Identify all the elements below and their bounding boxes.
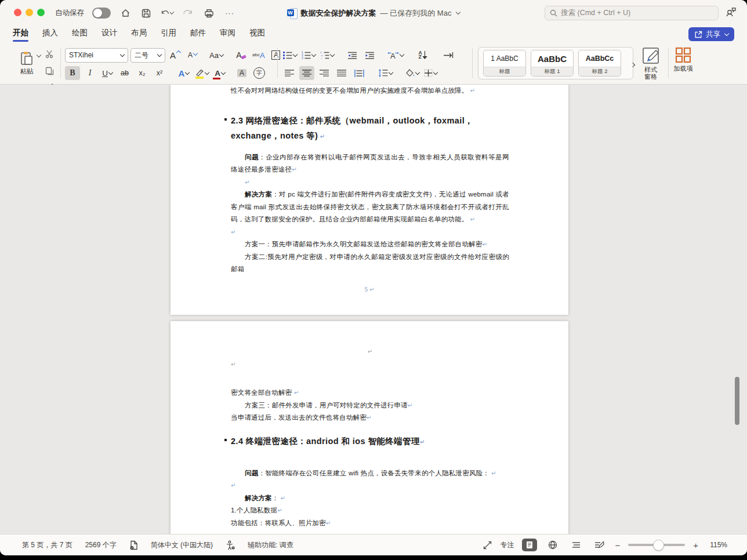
language-status[interactable]: 简体中文 (中国大陆) bbox=[151, 540, 213, 550]
print-icon[interactable] bbox=[202, 7, 215, 20]
body-paragraph[interactable]: 方案二:预先对用户定密级，对申请的永久邮箱定密级发送对应密级的文件给对应密级的邮… bbox=[231, 251, 509, 276]
zoom-in-button[interactable]: + bbox=[693, 540, 698, 550]
body-paragraph[interactable]: 当申请通过后，发送出去的文件也将自动解密↵ bbox=[231, 412, 509, 424]
align-center-button[interactable] bbox=[299, 66, 314, 80]
ribbon-tab[interactable]: 邮件 bbox=[190, 27, 206, 42]
copy-button[interactable] bbox=[42, 64, 57, 78]
numbering-button[interactable]: 123 bbox=[300, 48, 317, 62]
clear-formatting-button[interactable]: A bbox=[234, 48, 249, 62]
body-paragraph[interactable]: 功能包括：将联系人、照片加密↵ bbox=[231, 517, 509, 530]
vertical-scrollbar-thumb[interactable] bbox=[735, 377, 739, 425]
web-layout-view-button[interactable] bbox=[545, 539, 560, 551]
asian-layout-button[interactable]: A bbox=[386, 48, 405, 62]
ribbon-tab[interactable]: 插入 bbox=[42, 27, 58, 42]
phonetic-guide-button[interactable]: abcA bbox=[251, 48, 266, 62]
ribbon-tab[interactable]: 审阅 bbox=[220, 27, 235, 42]
text-effects-button[interactable]: A bbox=[176, 66, 191, 80]
justify-button[interactable] bbox=[334, 66, 349, 80]
draft-view-button[interactable] bbox=[592, 539, 607, 551]
style-card-heading2[interactable]: AaBbCc 标题 2 bbox=[578, 50, 621, 77]
home-icon[interactable] bbox=[119, 7, 132, 20]
change-case-button[interactable]: Aa bbox=[208, 48, 224, 62]
redo-icon[interactable] bbox=[182, 7, 194, 20]
body-paragraph[interactable]: 密文将全部自动解密 ↵ bbox=[231, 387, 509, 399]
font-color-button[interactable]: A bbox=[212, 66, 227, 80]
ribbon-tab[interactable]: 引用 bbox=[161, 27, 176, 42]
enclose-characters-button[interactable]: 字 bbox=[252, 66, 267, 80]
paste-button[interactable]: 粘贴 bbox=[14, 47, 39, 79]
addins-button[interactable]: 加载项 bbox=[672, 47, 695, 72]
close-window-button[interactable] bbox=[14, 9, 21, 16]
zoom-slider-thumb[interactable] bbox=[653, 540, 664, 551]
page-count-status[interactable]: 第 5 页，共 7 页 bbox=[22, 540, 72, 550]
show-formatting-marks-button[interactable] bbox=[441, 48, 456, 62]
outline-view-button[interactable] bbox=[568, 539, 583, 551]
body-paragraph[interactable]: ↵ bbox=[231, 226, 509, 239]
body-paragraph[interactable]: 问题：智能终端存在公司任意建立 wifi 热点，设备丢失带来的个人隐私泄密风险：… bbox=[231, 467, 509, 480]
body-paragraph[interactable]: 解决方案： ↵ bbox=[231, 492, 509, 505]
align-left-button[interactable] bbox=[282, 66, 297, 80]
sort-button[interactable]: AZ bbox=[415, 48, 430, 62]
body-paragraph[interactable]: ↵ bbox=[231, 346, 509, 358]
document-page-6[interactable]: ↵↵密文将全部自动解密 ↵方案三：邮件外发申请，用户可对特定的文件进行申请↵当申… bbox=[171, 321, 568, 534]
more-toolbar-icon[interactable]: ··· bbox=[223, 7, 236, 20]
body-paragraph[interactable]: 解决方案：对 pc 端文件进行加密(邮件附件内容变成密文文件)，无论通过 web… bbox=[231, 188, 509, 226]
zoom-window-button[interactable] bbox=[37, 9, 45, 16]
ribbon-tab[interactable]: 布局 bbox=[131, 27, 147, 42]
character-shading-button[interactable]: A bbox=[234, 66, 249, 80]
style-pane-button[interactable]: 样式 窗格 bbox=[638, 47, 663, 80]
document-page-5[interactable]: 性不会对对网络结构做任何的变更不会增加用户的实施难度不会增加单点故障。 ↵2.3… bbox=[171, 85, 568, 315]
share-button[interactable]: 共享 bbox=[688, 27, 734, 41]
zoom-slider[interactable] bbox=[628, 544, 685, 546]
word-count-status[interactable]: 2569 个字 bbox=[85, 540, 117, 550]
font-name-select[interactable]: STXihei bbox=[65, 48, 128, 63]
ribbon-tab[interactable]: 绘图 bbox=[72, 27, 88, 42]
search-input[interactable]: 搜索 (Cmd + Ctrl + U) bbox=[545, 6, 719, 20]
subscript-button[interactable]: x₂ bbox=[135, 66, 150, 80]
style-card-heading1[interactable]: AaBbC 标题 1 bbox=[531, 50, 574, 77]
body-paragraph[interactable]: ↵ bbox=[231, 176, 509, 189]
fullscreen-icon[interactable] bbox=[483, 541, 492, 550]
heading-paragraph[interactable]: 2.4 终端泄密途径：andriod 和 ios 智能终端管理↵ bbox=[231, 434, 509, 450]
autosave-toggle[interactable] bbox=[92, 8, 111, 19]
heading-paragraph[interactable]: 2.3 网络泄密途径：邮件系统（webmail，outlook，foxmail，… bbox=[231, 113, 509, 144]
body-paragraph[interactable]: ↵ bbox=[231, 479, 509, 492]
decrease-indent-button[interactable] bbox=[345, 48, 360, 62]
body-paragraph[interactable]: 问题：企业内部存在将资料以电子邮件网页发送出去，导致非相关人员获取资料等是网络途… bbox=[231, 151, 509, 176]
character-border-button[interactable]: A bbox=[269, 48, 284, 62]
minimize-window-button[interactable] bbox=[26, 9, 33, 16]
ribbon-tab[interactable]: 视图 bbox=[249, 27, 265, 42]
increase-indent-button[interactable] bbox=[362, 48, 377, 62]
print-layout-view-button[interactable] bbox=[522, 539, 537, 551]
cut-button[interactable] bbox=[42, 47, 57, 61]
shrink-font-button[interactable]: A bbox=[185, 48, 200, 62]
align-right-button[interactable] bbox=[317, 66, 332, 80]
focus-mode-button[interactable]: 专注 bbox=[500, 540, 514, 550]
multilevel-list-button[interactable]: 1ai bbox=[319, 48, 335, 62]
distribute-button[interactable] bbox=[351, 66, 367, 80]
body-paragraph[interactable]: 方案一：预先申请邮箱作为永久明文邮箱发送给这些邮箱的密文将全部自动解密↵ bbox=[231, 238, 509, 251]
font-size-select[interactable]: 二号 bbox=[130, 48, 165, 63]
proofing-status-icon[interactable] bbox=[129, 540, 138, 550]
presence-comments-icon[interactable] bbox=[726, 7, 737, 19]
undo-icon[interactable] bbox=[161, 7, 173, 20]
strikethrough-button[interactable]: ab bbox=[117, 66, 132, 80]
styles-gallery-more-icon[interactable] bbox=[630, 59, 634, 69]
grow-font-button[interactable]: A bbox=[168, 48, 183, 62]
underline-button[interactable]: U bbox=[100, 66, 115, 80]
borders-button[interactable] bbox=[423, 66, 438, 80]
ribbon-tab[interactable]: 开始 bbox=[13, 27, 28, 42]
zoom-out-button[interactable]: − bbox=[615, 540, 620, 550]
title-chevron-icon[interactable] bbox=[456, 10, 460, 14]
line-spacing-button[interactable] bbox=[377, 66, 394, 80]
zoom-level[interactable]: 115% bbox=[706, 541, 727, 549]
save-icon[interactable] bbox=[140, 7, 153, 20]
body-paragraph[interactable]: 方案三：邮件外发申请，用户可对特定的文件进行申请↵ bbox=[231, 399, 509, 412]
body-paragraph[interactable]: 性不会对对网络结构做任何的变更不会增加用户的实施难度不会增加单点故障。 ↵ bbox=[231, 85, 509, 97]
bullets-button[interactable] bbox=[282, 48, 298, 62]
ribbon-tab[interactable]: 设计 bbox=[101, 27, 117, 42]
highlight-button[interactable] bbox=[194, 66, 210, 80]
shading-button[interactable] bbox=[404, 66, 420, 80]
superscript-button[interactable]: x² bbox=[152, 66, 167, 80]
body-paragraph[interactable]: ↵ bbox=[231, 358, 509, 371]
